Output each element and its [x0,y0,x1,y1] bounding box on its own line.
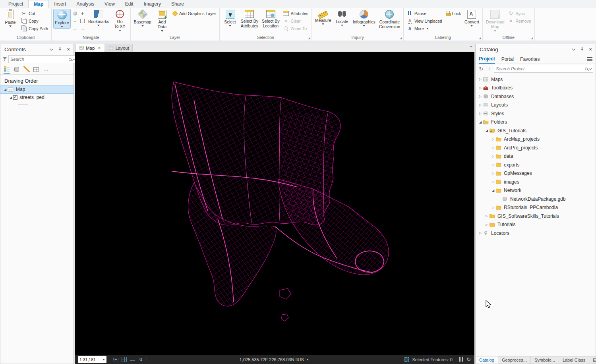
button-sync[interactable]: Sync [507,10,532,17]
expand-icon[interactable] [478,112,483,115]
expand-icon[interactable] [478,103,483,107]
button-explore[interactable]: Explore [54,9,70,28]
more-options-button[interactable]: … [43,68,50,72]
list-by-editing-button[interactable] [23,66,30,73]
dialog-launcher-icon[interactable] [400,37,402,39]
catalog-item-network[interactable]: Network [476,186,596,195]
button-zoom-to[interactable]: Zoom To [282,25,309,32]
expand-icon[interactable] [484,214,489,218]
ribbon-tab-edit[interactable]: Edit [120,0,139,8]
expand-icon[interactable] [484,223,489,227]
catalog-item-databases[interactable]: Databases [476,92,596,101]
button-remove[interactable]: Remove [507,17,532,24]
grid-icon[interactable] [122,357,127,362]
ruler-icon[interactable] [130,358,135,361]
refresh-map-icon[interactable] [466,357,471,362]
dialog-launcher-icon[interactable] [531,37,533,39]
catalog-item-locators[interactable]: Locators [476,229,596,238]
button-convert[interactable]: Convert [463,9,480,27]
flash-icon[interactable] [138,357,143,362]
button-select-by-attributes[interactable]: Select By Attributes [240,9,259,29]
list-by-data-source-button[interactable] [14,66,20,73]
catalog-item-rstutorials-ppcambodia[interactable]: RStutorials_PPCambodia [476,203,596,212]
button-go-to-xy[interactable]: Go To XY [112,9,128,32]
view-tab-layout[interactable]: Layout [105,44,133,52]
button-add-graphics-layer[interactable]: Add Graphics Layer [172,10,217,17]
button-more[interactable]: More [406,25,443,32]
expand-icon[interactable] [491,146,495,149]
dock-tab-export-ra[interactable]: Export Ra... [589,356,596,364]
button-paste[interactable]: Paste [2,9,19,28]
button-cut[interactable]: Cut [20,10,49,17]
button-measure[interactable]: Measure [314,9,333,26]
catalog-item-toolboxes[interactable]: Toolboxes [476,84,596,93]
catalog-tab-portal[interactable]: Portal [501,54,514,64]
pin-icon[interactable] [579,46,585,52]
collapse-icon[interactable] [491,189,495,192]
ribbon-tab-analysis[interactable]: Analysis [71,0,99,8]
expand-icon[interactable] [491,206,495,209]
button-next-extent[interactable] [79,25,86,32]
map-scale-input[interactable] [79,357,101,362]
search-chevron-icon[interactable] [589,67,592,70]
catalog-item-folders[interactable]: Folders [476,118,596,127]
button-copy-path[interactable]: Copy Path [20,25,49,32]
expand-icon[interactable] [491,155,495,158]
close-icon[interactable] [66,46,71,52]
expand-icon[interactable] [491,137,495,141]
dock-tab-geoproces[interactable]: Geoproces... [498,356,531,364]
button-coordinate-conversion[interactable]: Coordinate Conversion [378,9,401,30]
button-attributes[interactable]: Attributes [282,10,309,17]
refresh-icon[interactable] [478,66,484,72]
ribbon-tab-view[interactable]: View [99,0,120,8]
button-prev-extent[interactable] [72,25,78,32]
button-download-map[interactable]: Download Map [485,9,506,33]
dialog-launcher-icon[interactable] [479,37,481,39]
catalog-item-gpmessages[interactable]: GpMessages [476,169,596,178]
ribbon-tab-insert[interactable]: Insert [49,0,71,8]
dock-tab-symbolo[interactable]: Symbolo... [531,356,559,364]
pause-drawing-icon[interactable] [459,357,463,362]
button-clear[interactable]: Clear [282,17,309,24]
view-tab-map[interactable]: Map [75,44,104,52]
layer-visibility-checkbox[interactable] [13,95,17,100]
navigate-up-icon[interactable] [486,66,492,72]
collapse-icon[interactable] [484,129,489,132]
button-copy[interactable]: Copy [20,17,49,24]
expand-icon[interactable] [491,163,495,167]
filter-icon[interactable] [3,57,7,61]
catalog-item-arcpro-projects[interactable]: ArcPro_projects [476,143,596,152]
ribbon-tab-share[interactable]: Share [166,0,189,8]
button-select[interactable]: Select [222,9,238,27]
catalog-item-exports[interactable]: exports [476,161,596,169]
tab-list-chevron-icon[interactable] [470,45,472,47]
expand-icon[interactable] [478,95,483,98]
close-icon[interactable] [588,46,593,52]
dock-tab-label-class[interactable]: Label Class [559,356,589,364]
catalog-item-maps[interactable]: Maps [476,75,596,84]
dialog-launcher-icon[interactable] [308,37,310,39]
catalog-item-arcmap-projects[interactable]: ArcMap_projects [476,135,596,144]
button-pause[interactable]: Pause [406,10,443,17]
catalog-search-input[interactable] [496,66,583,71]
contents-item-map[interactable]: Map [0,85,74,93]
catalog-item-data[interactable]: data [476,152,596,161]
catalog-tab-favorites[interactable]: Favorites [520,54,540,64]
button-select-by-location[interactable]: Select By Location [261,9,281,29]
catalog-item-gis-softwareskills-tutorials[interactable]: GIS_SoftwareSkills_Tutorials [476,212,596,221]
collapse-icon[interactable] [8,96,13,99]
button-fixed-zoom-in[interactable] [79,10,86,17]
pin-icon[interactable] [57,46,63,52]
expand-icon[interactable] [491,172,495,175]
button-lock[interactable]: Lock [445,10,462,17]
line-symbol-swatch[interactable] [18,105,28,105]
catalog-item-styles[interactable]: Styles [476,109,596,118]
button-view-unplaced[interactable]: View Unplaced [406,17,443,24]
collapse-icon[interactable] [478,120,483,124]
close-tab-icon[interactable] [98,45,101,51]
snapping-icon[interactable] [113,357,118,362]
coordinates-widget[interactable]: 1,025,535.72E 226,768.03N ftUS [150,357,398,362]
expand-icon[interactable] [478,231,483,235]
map-canvas[interactable] [75,52,474,355]
catalog-item-gis-tutorials[interactable]: GIS_Tutorials [476,126,596,135]
